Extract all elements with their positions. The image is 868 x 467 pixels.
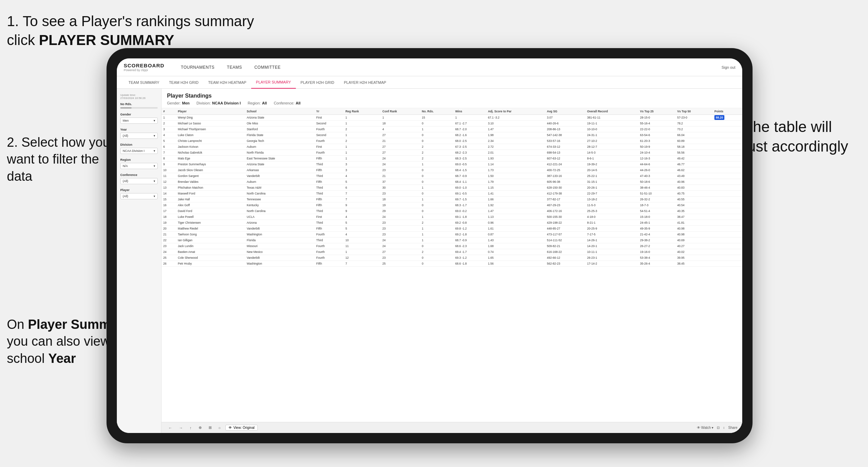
table-cell: Third [314, 208, 344, 214]
table-row[interactable]: 10Jacob Skov OlesenArkansasFifth323068.4… [162, 167, 742, 173]
table-cell: Fifth [314, 261, 344, 267]
toolbar-add[interactable]: ⊕ [197, 425, 204, 431]
subnav-team-h2h-heatmap[interactable]: TEAM H2H HEATMAP [203, 76, 251, 89]
table-row[interactable]: 8Mats EgeEast Tennessee StateFifth124268… [162, 156, 742, 162]
col-avg-sg: Avg SG [545, 108, 586, 115]
table-cell: 18 [381, 121, 420, 126]
table-row[interactable]: 11Gordon SargentVanderbiltThird421068.7 … [162, 173, 742, 179]
app-header: SCOREBOARD Powered by clippi TOURNAMENTS… [117, 58, 742, 76]
toolbar-back[interactable]: ← [166, 425, 174, 431]
table-row[interactable]: 7Nicholas GabrelcikNorth FloridaFourth12… [162, 150, 742, 156]
toolbar-forward[interactable]: → [177, 425, 185, 431]
toolbar-icon1[interactable]: ⊡ [717, 426, 720, 430]
col-reg-rank: Reg Rank [344, 108, 381, 115]
table-row[interactable]: 23Jack LundinMissouriFourth1124068.6 -2.… [162, 243, 742, 249]
subnav-team-h2h-grid[interactable]: TEAM H2H GRID [164, 76, 203, 89]
table-cell: Fifth [314, 156, 344, 162]
table-row[interactable]: 18Luke PowellUCLAFirst424169.1 -1.81.135… [162, 214, 742, 220]
table-cell: 2 [420, 156, 454, 162]
view-original-label: View: Original [233, 426, 255, 430]
table-row[interactable]: 25Cole SherwoodVanderbiltFourth1223069.3… [162, 255, 742, 261]
table-cell: 23 [381, 255, 420, 261]
table-row[interactable]: 24Bastien AmatNew MexicoFourth127269.4 -… [162, 249, 742, 255]
table-row[interactable]: 16Alex GoffKentuckyFifth919068.3 -1.71.9… [162, 202, 742, 208]
table-row[interactable]: 20Matthew RiedelVanderbiltFifth523169.8 … [162, 226, 742, 232]
table-cell: 0 [420, 255, 454, 261]
table-row[interactable]: 3Michael ThorbjornsenStanfordFourth24168… [162, 126, 742, 132]
table-cell: 24-45-1 [638, 220, 676, 226]
table-row[interactable]: 21Taehoon SongWashingtonFourth423169.2 -… [162, 232, 742, 237]
table-row[interactable]: 19Tiger ChristensenArizonaThird523269.2 … [162, 220, 742, 226]
table-cell: Fifth [314, 167, 344, 173]
table-row[interactable]: 12Brendan ValdesAuburnFifth537068.4 -1.1… [162, 179, 742, 185]
table-row[interactable]: 2Michael Le SassoOle MissSecond118067.1 … [162, 121, 742, 126]
table-cell: 15 [162, 197, 176, 202]
header-signout[interactable]: Sign out [722, 65, 735, 69]
subnav-team-summary[interactable]: TEAM SUMMARY [124, 76, 164, 89]
sidebar-conference-select[interactable]: (All) ▾ [120, 178, 158, 184]
table-cell: 2 [344, 126, 381, 132]
table-row[interactable]: 6Jackson KoivunAuburnFirst127267.3 -2.52… [162, 144, 742, 150]
table-row[interactable]: 13Phichaksn MaichonTexas A&MThird630169.… [162, 185, 742, 191]
table-row[interactable]: 22Ian GilliganFloridaThird1024168.7 -0.9… [162, 237, 742, 243]
toolbar-icon2[interactable]: ↕ [723, 426, 725, 430]
share-btn[interactable]: Share [728, 426, 737, 430]
table-cell: 24 [162, 249, 176, 255]
table-cell: 15 [420, 115, 454, 121]
table-cell: 7-17-5 [585, 232, 638, 237]
table-row[interactable]: 17David FordNorth CarolinaThird929069.0 … [162, 208, 742, 214]
subnav-player-h2h-heatmap[interactable]: PLAYER H2H HEATMAP [339, 76, 391, 89]
table-row[interactable]: 26Petr HrubyWashingtonFifth725068.6 -1.8… [162, 261, 742, 267]
table-cell: 69.1 -0.5 [454, 191, 486, 197]
watch-btn[interactable]: 👁 Watch ▾ [697, 426, 714, 430]
table-cell: Wenyi Ding [176, 115, 245, 121]
toolbar-grid[interactable]: ⊞ [207, 425, 214, 431]
toolbar-up[interactable]: ↑ [188, 425, 194, 431]
subnav-player-h2h-grid[interactable]: PLAYER H2H GRID [296, 76, 339, 89]
table-cell: 68.3 -2.5 [454, 156, 486, 162]
table-cell: 40.69 [676, 237, 713, 243]
toolbar-circle[interactable]: ○ [216, 425, 223, 431]
table-row[interactable]: 5Christo LamprechtGeorgia TechFourth2210… [162, 138, 742, 144]
table-cell: 25-25-3 [585, 208, 638, 214]
table-row[interactable]: 9Preston SummerhaysArizona StateThird324… [162, 162, 742, 167]
sidebar-player-select[interactable]: (All) ▾ [120, 193, 158, 199]
table-cell: 1.13 [486, 214, 545, 220]
sidebar-region-select[interactable]: N/A ▾ [120, 163, 158, 169]
subnav-player-summary[interactable]: PLAYER SUMMARY [251, 76, 296, 89]
table-row[interactable]: 4Luke ClatonFlorida StateSecond127068.2 … [162, 132, 742, 138]
table-cell: 5 [344, 226, 381, 232]
table-cell: 69.2 -0.8 [454, 220, 486, 226]
table-cell: 3 [344, 162, 381, 167]
sidebar-division-select[interactable]: NCAA Division I ▾ [120, 148, 158, 154]
table-cell: 1 [381, 115, 420, 121]
table-cell: Michael Thorbjornsen [176, 126, 245, 132]
filter-division-label: Division: [197, 101, 211, 105]
table-cell: 2 [162, 121, 176, 126]
sidebar-gender: Gender Men ▾ [120, 113, 158, 124]
table-cell: 0.96 [486, 220, 545, 226]
sidebar-year-select[interactable]: (All) ▾ [120, 133, 158, 139]
nav-tournaments[interactable]: TOURNAMENTS [175, 58, 221, 76]
table-cell: 78.2 [676, 121, 713, 126]
table-cell: 492-66-12 [545, 255, 586, 261]
table-cell: 37 [381, 179, 420, 185]
nav-committee[interactable]: COMMITTEE [248, 58, 287, 76]
view-original-btn[interactable]: 👁 View: Original [225, 425, 258, 431]
table-cell: East Tennessee State [245, 156, 314, 162]
table-cell: Fifth [314, 197, 344, 202]
sidebar-no-rds-slider[interactable] [120, 107, 158, 109]
table-cell: Mats Ege [176, 156, 245, 162]
table-row[interactable]: 15Jake HallTennesseeFifth718169.7 -1.51.… [162, 197, 742, 202]
table-cell: 9 [344, 208, 381, 214]
table-cell: Fourth [314, 126, 344, 132]
table-row[interactable]: 14Maxwell FordNorth CarolinaThird723069.… [162, 191, 742, 197]
sidebar-gender-select[interactable]: Men ▾ [120, 118, 158, 124]
table-cell: Third [314, 173, 344, 179]
data-table[interactable]: # Player School Yr Reg Rank Conf Rank No… [162, 108, 742, 422]
table-cell: Vanderbilt [245, 226, 314, 232]
nav-teams[interactable]: TEAMS [221, 58, 248, 76]
table-row[interactable]: 1Wenyi DingArizona StateFirst1115167.1 -… [162, 115, 742, 121]
table-cell: 57-23-0 [676, 115, 713, 121]
table-cell: Fourth [314, 249, 344, 255]
